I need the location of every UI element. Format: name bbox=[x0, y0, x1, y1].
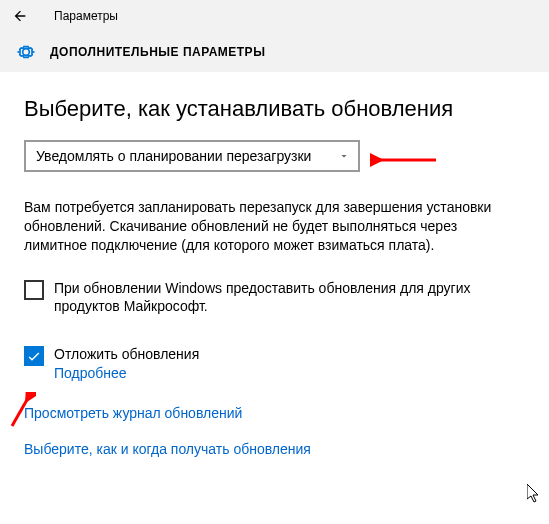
annotation-arrow-checkbox bbox=[6, 392, 36, 430]
chevron-down-icon bbox=[338, 150, 350, 162]
checkbox-defer-updates[interactable] bbox=[24, 346, 44, 366]
update-mode-dropdown[interactable]: Уведомлять о планировании перезагрузки bbox=[24, 140, 360, 172]
page-title: ДОПОЛНИТЕЛЬНЫЕ ПАРАМЕТРЫ bbox=[50, 45, 265, 59]
checkbox-other-products[interactable] bbox=[24, 280, 44, 300]
app-title: Параметры bbox=[54, 9, 118, 23]
checkbox-other-products-row: При обновлении Windows предоставить обно… bbox=[24, 279, 525, 315]
header-bottom-row: ДОПОЛНИТЕЛЬНЫЕ ПАРАМЕТРЫ bbox=[0, 32, 549, 72]
checkmark-icon bbox=[26, 348, 42, 364]
dropdown-value: Уведомлять о планировании перезагрузки bbox=[36, 148, 311, 164]
gear-icon bbox=[16, 42, 36, 62]
header: Параметры ДОПОЛНИТЕЛЬНЫЕ ПАРАМЕТРЫ bbox=[0, 0, 549, 72]
checkbox-defer-label: Отложить обновления bbox=[54, 345, 199, 363]
section-heading: Выберите, как устанавливать обновления bbox=[24, 96, 525, 122]
checkbox-defer-row: Отложить обновления Подробнее bbox=[24, 345, 525, 381]
defer-more-link[interactable]: Подробнее bbox=[54, 365, 127, 381]
checkbox-defer-labels: Отложить обновления Подробнее bbox=[54, 345, 199, 381]
arrow-left-icon bbox=[12, 8, 28, 24]
header-top-row: Параметры bbox=[0, 0, 549, 32]
back-button[interactable] bbox=[10, 6, 30, 26]
checkbox-other-products-label: При обновлении Windows предоставить обно… bbox=[54, 279, 474, 315]
choose-schedule-link[interactable]: Выберите, как и когда получать обновлени… bbox=[24, 441, 311, 457]
content: Выберите, как устанавливать обновления У… bbox=[0, 72, 549, 457]
description-text: Вам потребуется запланировать перезапуск… bbox=[24, 198, 514, 255]
annotation-arrow-dropdown bbox=[370, 148, 440, 172]
view-history-link[interactable]: Просмотреть журнал обновлений bbox=[24, 405, 242, 421]
svg-line-1 bbox=[12, 398, 28, 426]
mouse-cursor-icon bbox=[527, 484, 541, 504]
